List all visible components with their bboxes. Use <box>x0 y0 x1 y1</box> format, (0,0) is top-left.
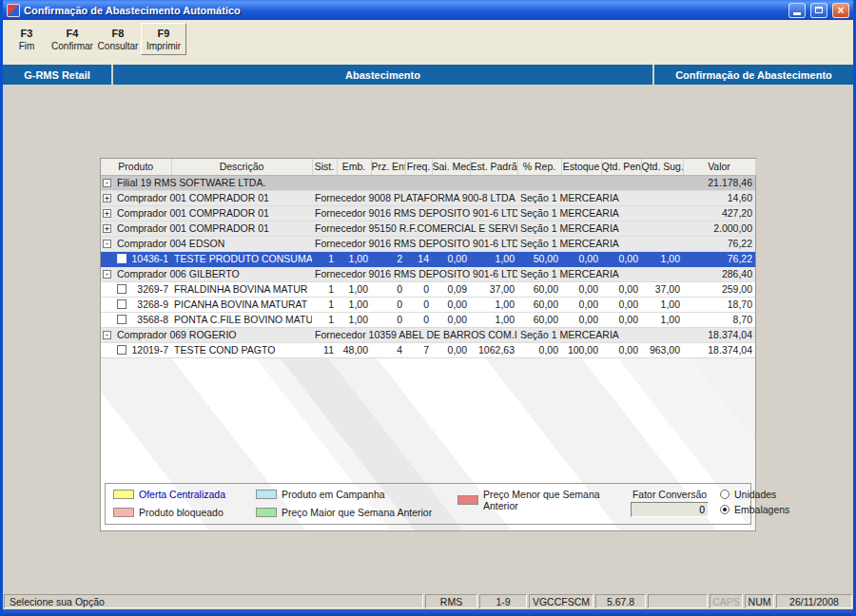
legend-column: Oferta CentralizadaProduto bloqueado <box>113 489 256 518</box>
button-label: Confirmar <box>51 41 93 51</box>
toolbar-button-f4[interactable]: F4Confirmar <box>49 23 95 55</box>
button-label: Consultar <box>98 41 139 51</box>
supply-grid: ProdutoDescriçãoSist.Emb.Prz. Ent.Freq.S… <box>101 159 756 358</box>
collapse-icon[interactable]: - <box>103 331 111 339</box>
unit-radio-group: UnidadesEmbalagens <box>720 489 789 515</box>
expand-icon[interactable]: + <box>103 194 111 202</box>
fator-conversao-label: Fator Conversão <box>632 489 707 500</box>
window-title: Confirmação de Abastecimento Automático <box>24 5 784 16</box>
toolbar-button-f8[interactable]: F8Consultar <box>95 23 141 55</box>
legend-item: Produto em Campanha <box>256 489 457 500</box>
column-header[interactable]: Sist. <box>312 159 337 175</box>
row-checkbox[interactable] <box>117 254 126 263</box>
column-header[interactable]: % Rep. <box>517 159 561 175</box>
statusbar: Selecione sua OpçãoRMS1-9VGCCFSCM5.67.8C… <box>3 593 853 609</box>
row-checkbox[interactable] <box>117 345 126 355</box>
button-label: Fim <box>19 41 35 51</box>
fkey-label: F3 <box>21 28 33 39</box>
app-icon[interactable] <box>7 4 20 17</box>
row-checkbox[interactable] <box>117 299 126 309</box>
fkey-label: F4 <box>67 28 79 39</box>
legend-items: Oferta CentralizadaProduto bloqueadoProd… <box>113 489 631 518</box>
toolbar-button-f3[interactable]: F3Fim <box>4 23 49 55</box>
group-row[interactable]: +Comprador 001 COMPRADOR 01Fornecedor 95… <box>101 221 755 236</box>
group-row[interactable]: +Comprador 001 COMPRADOR 01Fornecedor 90… <box>101 205 755 221</box>
grid-header-row: ProdutoDescriçãoSist.Emb.Prz. Ent.Freq.S… <box>101 159 755 175</box>
grid-body: -Filial 19 RMS SOFTWARE LTDA.21.178,46+C… <box>101 175 755 357</box>
product-row[interactable]: 3568-8PONTA C.FILE BOVINO MATU11,00000,0… <box>101 312 755 327</box>
column-header[interactable]: Sai. Med. <box>432 159 470 175</box>
restore-button[interactable] <box>810 3 827 18</box>
radio-unidades[interactable]: Unidades <box>720 489 789 500</box>
expand-icon[interactable]: + <box>103 209 111 218</box>
radio-embalagens[interactable]: Embalagens <box>720 504 789 515</box>
supply-grid-panel: ProdutoDescriçãoSist.Emb.Prz. Ent.Freq.S… <box>100 158 756 531</box>
column-header[interactable]: Freq. <box>405 159 432 175</box>
toolbar-button-f9[interactable]: F9Imprimir <box>141 23 186 55</box>
legend-label: Preço Menor que Semana Anterior <box>483 489 631 511</box>
group-row[interactable]: -Comprador 006 GILBERTOFornecedor 9016 R… <box>101 266 755 281</box>
collapse-icon[interactable]: - <box>103 240 111 248</box>
legend-column: Produto em CampanhaPreço Maior que Seman… <box>256 489 457 518</box>
minimize-button[interactable] <box>788 3 806 18</box>
window-bottom-border <box>3 609 853 616</box>
status-panel-2: 1-9 <box>479 594 527 608</box>
status-panel-1: RMS <box>425 594 477 608</box>
status-panel-5 <box>648 594 708 608</box>
column-header[interactable]: Valor <box>683 159 755 175</box>
status-panel-7: NUM <box>745 594 774 608</box>
legend-color-swatch <box>457 495 478 505</box>
nav-band: G-RMS Retail Abastecimento Confirmação d… <box>3 65 853 85</box>
column-header[interactable]: Emb. <box>337 159 371 175</box>
legend-color-swatch <box>256 490 277 499</box>
product-code: 3568-8 <box>137 314 168 325</box>
fator-conversao-input[interactable] <box>631 502 709 517</box>
group-row[interactable]: +Comprador 001 COMPRADOR 01Fornecedor 90… <box>101 190 755 205</box>
collapse-icon[interactable]: - <box>103 270 111 279</box>
column-header[interactable]: Estoque <box>561 159 601 175</box>
row-checkbox[interactable] <box>117 284 126 294</box>
filial-row[interactable]: -Filial 19 RMS SOFTWARE LTDA.21.178,46 <box>101 175 755 190</box>
fator-conversao-group: Fator Conversão <box>631 489 709 517</box>
column-header[interactable]: Descrição <box>171 159 312 175</box>
product-code: 10436-1 <box>131 253 168 264</box>
title-bar: Confirmação de Abastecimento Automático … <box>3 0 853 20</box>
product-row[interactable]: 10436-1TESTE PRODUTO CONSUMA11,002140,00… <box>101 251 755 266</box>
legend-color-swatch <box>256 508 277 517</box>
close-button[interactable]: × <box>832 3 849 18</box>
status-panel-4: 5.67.8 <box>595 594 646 608</box>
column-header[interactable]: Qtd. Pend <box>601 159 641 175</box>
legend-item: Oferta Centralizada <box>113 489 256 500</box>
product-row[interactable]: 3268-9PICANHA BOVINA MATURAT11,00000,001… <box>101 297 755 312</box>
column-header[interactable]: Produto <box>101 159 171 175</box>
fkey-label: F9 <box>158 28 170 39</box>
group-row[interactable]: -Comprador 069 ROGERIOFornecedor 10359 A… <box>101 327 755 342</box>
status-panel-0: Selecione sua Opção <box>4 594 423 608</box>
product-code: 3269-7 <box>137 283 168 295</box>
collapse-icon[interactable]: - <box>103 179 111 187</box>
app-window: Confirmação de Abastecimento Automático … <box>0 0 856 616</box>
nav-brand: G-RMS Retail <box>3 65 111 85</box>
column-header[interactable]: Est. Padrão <box>470 159 517 175</box>
row-checkbox[interactable] <box>117 315 126 324</box>
fkey-label: F8 <box>112 28 125 39</box>
legend-item: Preço Menor que Semana Anterior <box>457 489 631 511</box>
column-header[interactable]: Qtd. Sug. <box>641 159 683 175</box>
nav-screen: Confirmação de Abastecimento <box>654 65 853 85</box>
product-row[interactable]: 12019-7TESTE COND PAGTO1148,00470,001062… <box>101 342 755 357</box>
group-row[interactable]: -Comprador 004 EDSONFornecedor 9016 RMS … <box>101 236 755 251</box>
legend-column: Preço Menor que Semana Anterior <box>457 489 631 518</box>
close-icon: × <box>837 5 844 16</box>
legend-color-swatch <box>113 508 134 517</box>
minimize-icon <box>793 12 801 15</box>
product-row[interactable]: 3269-7FRALDINHA BOVINA MATUR11,00000,093… <box>101 281 755 297</box>
legend-item: Preço Maior que Semana Anterior <box>256 507 457 518</box>
expand-icon[interactable]: + <box>103 224 111 233</box>
column-header[interactable]: Prz. Ent. <box>371 159 405 175</box>
radio-dot-icon <box>720 505 730 514</box>
legend-label: Oferta Centralizada <box>139 489 225 500</box>
radio-label: Embalagens <box>734 504 789 515</box>
nav-module: Abastecimento <box>113 65 652 85</box>
legend-item: Produto bloqueado <box>113 507 256 518</box>
legend-label: Produto em Campanha <box>282 489 385 500</box>
